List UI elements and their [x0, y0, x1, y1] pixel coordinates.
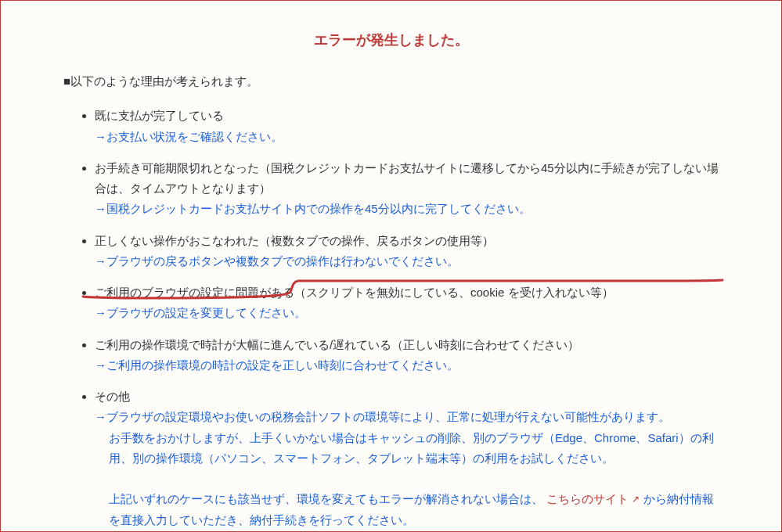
reason-item-other: その他 →ブラウザの設定環境やお使いの税務会計ソフトの環境等により、正常に処理が…: [95, 386, 719, 532]
reason-text: 既に支払が完了している: [95, 109, 224, 122]
reason-link[interactable]: →お支払い状況をご確認ください。: [95, 130, 283, 143]
reason-text: ご利用の操作環境で時計が大幅に進んでいる/遅れている（正しい時刻に合わせてくださ…: [95, 338, 579, 351]
reason-item-5: ご利用の操作環境で時計が大幅に進んでいる/遅れている（正しい時刻に合わせてくださ…: [95, 335, 719, 376]
lead-text: ■以下のような理由が考えられます。: [63, 71, 719, 92]
error-title: エラーが発生しました。: [1, 31, 781, 49]
reason-link[interactable]: →ブラウザの戻るボタンや複数タブでの操作は行わないでください。: [95, 254, 459, 268]
external-site-label: こちらのサイト: [546, 492, 629, 505]
other-para1: お手数をおかけしますが、上手くいかない場合はキャッシュの削除、別のブラウザ（Ed…: [109, 431, 714, 465]
reason-text: お手続き可能期限切れとなった（国税クレジットカードお支払サイトに遷移してから45…: [95, 161, 719, 195]
reason-link[interactable]: →国税クレジットカードお支払サイト内での操作を45分以内に完了してください。: [95, 202, 531, 215]
other-para2a: 上記いずれのケースにも該当せず、環境を変えてもエラーが解消されない場合は、: [109, 492, 543, 505]
error-panel: エラーが発生しました。 ■以下のような理由が考えられます。 既に支払が完了してい…: [0, 0, 782, 532]
other-label: その他: [95, 390, 130, 403]
reason-item-1: 既に支払が完了している →お支払い状況をご確認ください。: [95, 106, 719, 147]
external-site-link[interactable]: こちらのサイト ↗: [546, 492, 643, 505]
reason-item-2: お手続き可能期限切れとなった（国税クレジットカードお支払サイトに遷移してから45…: [95, 158, 719, 220]
reasons-list: 既に支払が完了している →お支払い状況をご確認ください。 お手続き可能期限切れと…: [63, 106, 719, 532]
error-content: ■以下のような理由が考えられます。 既に支払が完了している →お支払い状況をご確…: [1, 71, 781, 532]
reason-item-4: ご利用のブラウザの設定に問題がある（スクリプトを無効にしている、cookie を…: [95, 282, 719, 324]
other-block: お手数をおかけしますが、上手くいかない場合はキャッシュの削除、別のブラウザ（Ed…: [95, 428, 719, 533]
reason-link[interactable]: →ご利用の操作環境の時計の設定を正しい時刻に合わせてください。: [95, 358, 459, 372]
reason-text: ご利用のブラウザの設定に問題がある（スクリプトを無効にしている、cookie を…: [95, 286, 614, 299]
external-link-icon: ↗: [632, 494, 640, 505]
reason-item-3: 正しくない操作がおこなわれた（複数タブでの操作、戻るボタンの使用等） →ブラウザ…: [95, 231, 719, 272]
other-linkline[interactable]: →ブラウザの設定環境やお使いの税務会計ソフトの環境等により、正常に処理が行えない…: [95, 410, 670, 423]
reason-text: 正しくない操作がおこなわれた（複数タブでの操作、戻るボタンの使用等）: [95, 234, 494, 247]
reason-link[interactable]: →ブラウザの設定を変更してください。: [95, 306, 306, 319]
